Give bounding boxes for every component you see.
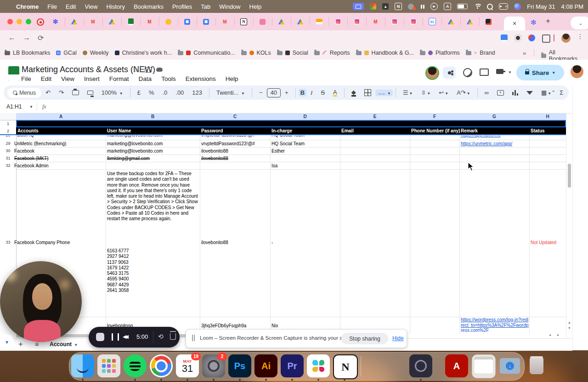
filter-icon[interactable]: [526, 91, 533, 95]
name-box-dropdown-icon[interactable]: ▼: [29, 105, 33, 109]
dock-photoshop-icon[interactable]: Ps: [228, 354, 251, 377]
cloud-status-icon[interactable]: [156, 68, 163, 72]
pinned-tab-window-app-icon[interactable]: [310, 17, 329, 26]
redo-icon[interactable]: ↷: [59, 89, 64, 96]
vertical-align-icon[interactable]: ⇳▼: [421, 89, 430, 96]
cell-c33[interactable]: ilovebonito88: [201, 240, 270, 245]
row-number-28[interactable]: 28: [0, 136, 16, 137]
back-icon[interactable]: ←: [8, 34, 16, 42]
cell-d28[interactable]: HQ Social Team: [271, 136, 340, 137]
row-1-title-bar[interactable]: [16, 120, 566, 127]
close-tab-icon[interactable]: ✕: [512, 21, 516, 27]
bookmark-reports-folder[interactable]: Reports: [314, 50, 350, 56]
menubar-item-history[interactable]: History: [106, 3, 124, 10]
pinned-tab-drive-icon[interactable]: [291, 17, 310, 26]
horizontal-align-icon[interactable]: ☰▼: [403, 89, 413, 96]
presence-icon[interactable]: [443, 67, 456, 79]
cell-a30[interactable]: Facebook: [14, 148, 104, 154]
bookmark-platforms-folder[interactable]: Platforms: [420, 50, 460, 56]
increase-font-button[interactable]: +: [285, 89, 288, 96]
pinned-tab-gmail-icon[interactable]: M: [84, 17, 103, 26]
stop-sharing-button[interactable]: Stop sharing: [341, 333, 388, 344]
cell-b33-codes[interactable]: 6163 6777 2927 9412 1137 9063 1679 1422 …: [107, 248, 199, 293]
menu-extensions[interactable]: Extensions: [186, 75, 216, 82]
dock-calendar-icon[interactable]: MAY 31 19: [176, 354, 199, 377]
row-number-31[interactable]: 31: [0, 156, 16, 160]
menubar-item-chrome[interactable]: Chrome: [16, 3, 39, 10]
extension-spinner-icon[interactable]: [528, 34, 535, 41]
cell-b28[interactable]: marketing@lovebonito.com: [107, 136, 199, 137]
bookmark-social-folder[interactable]: Social: [277, 50, 308, 56]
pinned-tab-instagram-icon[interactable]: [347, 17, 367, 26]
text-color-button[interactable]: A: [333, 89, 337, 97]
bookmark-handbook-folder[interactable]: Handbook & G...: [356, 50, 414, 56]
zoom-window-button[interactable]: [26, 19, 31, 24]
cell-d30[interactable]: Esther: [271, 148, 340, 154]
dock-launchpad-icon[interactable]: [97, 354, 120, 377]
cell-d34[interactable]: Nix: [271, 323, 340, 328]
column-header-a[interactable]: A: [16, 113, 106, 120]
cell-a28[interactable]: Falcon IQ: [16, 136, 104, 137]
tab-search-button[interactable]: ⌄: [571, 17, 588, 29]
dock-settings-icon[interactable]: 2: [202, 354, 225, 377]
pinned-tab-settings-icon[interactable]: ✻: [46, 17, 65, 26]
print-icon[interactable]: [72, 90, 79, 95]
cell-c30[interactable]: ilovebonito88: [201, 148, 270, 154]
reload-icon[interactable]: ⟳: [38, 34, 44, 42]
dock-spotify-icon[interactable]: [124, 354, 147, 377]
row-number-29[interactable]: 29: [0, 141, 16, 146]
stop-recording-button[interactable]: [96, 333, 104, 341]
increase-decimals-button[interactable]: .00: [175, 89, 184, 96]
column-header-f[interactable]: F: [410, 113, 460, 120]
text-wrap-icon[interactable]: ↩▼: [439, 89, 448, 96]
bookmark-lb-bookmarks[interactable]: LB Bookmarks: [5, 50, 50, 56]
column-header-e[interactable]: E: [340, 113, 410, 120]
cell-a32[interactable]: Facebook Admin: [14, 163, 104, 168]
wifi-icon[interactable]: [474, 4, 481, 9]
menubar-item-file[interactable]: File: [47, 3, 57, 10]
webcam-bubble[interactable]: [0, 261, 82, 342]
column-header-g[interactable]: G: [459, 113, 530, 120]
pinned-tab-drive-icon[interactable]: [441, 17, 461, 26]
scroll-up-icon[interactable]: ▲: [568, 321, 571, 324]
pinned-tab-gcalendar-icon[interactable]: 31: [423, 17, 442, 26]
user-avatar[interactable]: [571, 65, 583, 78]
paint-format-icon[interactable]: [87, 91, 93, 95]
add-sheet-button[interactable]: +: [18, 340, 23, 349]
pinned-tab-drive-icon[interactable]: [272, 17, 291, 26]
move-folder-icon[interactable]: [145, 67, 152, 73]
new-tab-button[interactable]: +: [546, 17, 550, 26]
menubar-item-view[interactable]: View: [85, 3, 97, 10]
active-tab[interactable]: ✕: [504, 17, 525, 30]
insert-chart-icon[interactable]: [512, 90, 518, 96]
column-header-d[interactable]: D: [270, 113, 340, 120]
text-rotation-icon[interactable]: A↷▼: [457, 89, 470, 96]
column-header-h[interactable]: H: [529, 113, 566, 120]
rewind-icon[interactable]: ◀◀: [123, 334, 127, 340]
loom-control-bar[interactable]: ◀◀ 5:00 ⟲: [89, 327, 180, 348]
dock-trash-icon[interactable]: [525, 354, 548, 377]
bookmark-brand-folder[interactable]: ♥Brand: [466, 50, 495, 56]
pinned-tab-gmail-icon[interactable]: M: [215, 17, 235, 26]
hide-banner-link[interactable]: Hide: [392, 335, 404, 342]
delete-recording-icon[interactable]: [170, 333, 176, 340]
cell-c34[interactable]: 3jhq3eFDb6yFsqph9a: [201, 323, 270, 328]
menubar-item-profiles[interactable]: Profiles: [172, 3, 192, 10]
pause-button[interactable]: [112, 333, 119, 341]
row-number-1[interactable]: 1: [0, 121, 16, 126]
minimize-window-button[interactable]: [17, 19, 22, 24]
close-window-button[interactable]: [7, 19, 13, 24]
bookmark-kols-folder[interactable]: KOLs: [241, 50, 271, 56]
cell-g29-link[interactable]: https://unmetric.com/app/: [461, 141, 530, 146]
extensions-puzzle-icon[interactable]: [542, 34, 550, 43]
cell-g28-link[interactable]: https://app.falcon.io: [461, 136, 530, 137]
row-number-2[interactable]: 2: [0, 129, 16, 133]
scroll-right-icon[interactable]: ▸: [557, 333, 559, 337]
merge-cells-button[interactable]: →← ▼: [375, 90, 393, 96]
cell-b29[interactable]: marketing@lovebonito.com: [107, 141, 199, 146]
name-box[interactable]: A1:H1: [6, 103, 22, 110]
cloud-alert-icon[interactable]: [408, 3, 415, 10]
menubar-date[interactable]: Fri May 31: [527, 3, 555, 10]
pivot-table-icon[interactable]: ▦▼: [541, 89, 551, 96]
bookmarks-overflow-chevron[interactable]: »: [523, 50, 526, 57]
